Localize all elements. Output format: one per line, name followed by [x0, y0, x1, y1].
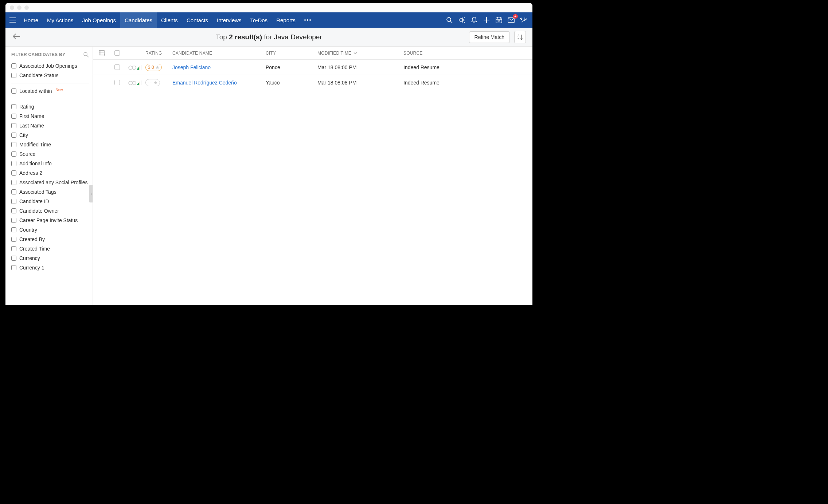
filter-item-address-2[interactable]: Address 2 [9, 168, 91, 178]
nav-more-icon[interactable] [300, 19, 315, 21]
nav-item-clients[interactable]: Clients [157, 12, 182, 28]
refine-match-button[interactable]: Refine Match [469, 31, 510, 43]
col-header-modified-time[interactable]: MODIFIED TIME [317, 51, 403, 56]
nav-item-to-dos[interactable]: To-Dos [246, 12, 272, 28]
filter-label: Associated any Social Profiles [19, 180, 88, 185]
svg-line-9 [464, 22, 465, 23]
filter-item-city[interactable]: City [9, 130, 91, 140]
filter-checkbox[interactable] [11, 208, 16, 213]
table-row[interactable]: 3.0Joseph FelicianoPonceMar 18 08:00 PMI… [93, 60, 532, 75]
filter-item-created-by[interactable]: Created By [9, 235, 91, 244]
rating-pill: 3.0 [145, 64, 162, 71]
filter-label: First Name [19, 113, 44, 119]
filter-item-associated-job-openings[interactable]: Associated Job Openings [9, 61, 91, 71]
filter-checkbox[interactable] [11, 180, 16, 185]
filter-item-last-name[interactable]: Last Name [9, 121, 91, 130]
hamburger-menu-icon[interactable] [8, 15, 18, 25]
bell-icon[interactable] [470, 16, 478, 24]
tools-icon[interactable] [520, 16, 527, 24]
column-settings-icon[interactable] [99, 50, 105, 56]
new-badge: New [56, 88, 63, 92]
filter-checkbox[interactable] [11, 237, 16, 242]
filter-item-associated-tags[interactable]: Associated Tags [9, 187, 91, 197]
filter-item-candidate-owner[interactable]: Candidate Owner [9, 206, 91, 216]
add-icon[interactable] [483, 16, 490, 24]
filter-checkbox[interactable] [11, 189, 16, 194]
filter-checkbox[interactable] [11, 199, 16, 204]
filter-item-modified-time[interactable]: Modified Time [9, 140, 91, 149]
filter-label: Modified Time [19, 142, 51, 147]
back-arrow-icon[interactable] [12, 33, 21, 42]
candidate-name-link[interactable]: Joseph Feliciano [172, 64, 211, 70]
filter-label: Associated Job Openings [19, 63, 77, 69]
filter-item-candidate-id[interactable]: Candidate ID [9, 197, 91, 206]
window-close-dot[interactable] [10, 5, 14, 10]
filter-label: Candidate Owner [19, 208, 59, 214]
results-count: 2 result(s) [229, 33, 262, 41]
filter-item-source[interactable]: Source [9, 149, 91, 159]
col-header-city[interactable]: CITY [266, 51, 317, 56]
filter-item-additional-info[interactable]: Additional Info [9, 159, 91, 168]
nav-item-home[interactable]: Home [19, 12, 43, 28]
svg-point-5 [309, 19, 311, 21]
col-header-rating[interactable]: RATING [145, 51, 172, 56]
window-maximize-dot[interactable] [24, 5, 29, 10]
table-row[interactable]: --Emanuel Rodríguez CedeñoYaucoMar 18 08… [93, 75, 532, 90]
filter-checkbox[interactable] [11, 88, 16, 94]
filter-checkbox[interactable] [11, 104, 16, 109]
filter-label: Country [19, 227, 37, 233]
col-header-name[interactable]: CANDIDATE NAME [172, 51, 266, 56]
filter-item-associated-any-social-profiles[interactable]: Associated any Social Profiles [9, 178, 91, 187]
row-checkbox[interactable] [114, 64, 120, 70]
filter-item-currency[interactable]: Currency [9, 253, 91, 263]
filter-item-rating[interactable]: Rating [9, 102, 91, 111]
row-checkbox[interactable] [114, 80, 120, 85]
filter-item-country[interactable]: Country [9, 225, 91, 235]
filter-label: Created By [19, 236, 45, 242]
filter-checkbox[interactable] [11, 161, 16, 166]
filter-search-icon[interactable] [83, 52, 89, 58]
calendar-icon[interactable]: 31 [495, 16, 503, 24]
binoculars-icon[interactable] [128, 65, 136, 70]
filter-label: Source [19, 151, 35, 157]
filter-checkbox[interactable] [11, 218, 16, 223]
results-title: Top 2 result(s) for Java Developer [5, 33, 532, 41]
filter-label: Career Page Invite Status [19, 217, 78, 223]
filter-checkbox[interactable] [11, 170, 16, 176]
binoculars-icon[interactable] [128, 80, 136, 85]
filter-checkbox[interactable] [11, 63, 16, 68]
cell-modified-time: Mar 18 08:08 PM [317, 80, 403, 86]
filter-item-located-within[interactable]: Located within New [9, 86, 91, 96]
select-all-checkbox[interactable] [114, 50, 120, 56]
filter-checkbox[interactable] [11, 133, 16, 138]
filter-checkbox[interactable] [11, 246, 16, 251]
filter-checkbox[interactable] [11, 151, 16, 157]
filter-checkbox[interactable] [11, 73, 16, 78]
nav-item-my-actions[interactable]: My Actions [43, 12, 78, 28]
window-minimize-dot[interactable] [17, 5, 22, 10]
nav-item-contacts[interactable]: Contacts [182, 12, 212, 28]
nav-item-interviews[interactable]: Interviews [212, 12, 246, 28]
nav-item-candidates[interactable]: Candidates [120, 12, 157, 28]
filter-checkbox[interactable] [11, 227, 16, 232]
announce-icon[interactable] [458, 16, 465, 24]
candidate-name-link[interactable]: Emanuel Rodríguez Cedeño [172, 80, 237, 86]
filter-checkbox[interactable] [11, 114, 16, 119]
search-icon[interactable] [446, 16, 453, 24]
mail-icon[interactable] [508, 16, 515, 24]
filter-item-currency-1[interactable]: Currency 1 [9, 263, 91, 272]
svg-line-8 [464, 17, 465, 18]
filter-checkbox[interactable] [11, 265, 16, 270]
filter-item-candidate-status[interactable]: Candidate Status [9, 71, 91, 80]
sort-az-button[interactable]: A Z [514, 31, 526, 43]
filter-checkbox[interactable] [11, 123, 16, 128]
nav-item-job-openings[interactable]: Job Openings [78, 12, 121, 28]
nav-item-reports[interactable]: Reports [272, 12, 300, 28]
col-header-source[interactable]: SOURCE [403, 51, 532, 56]
filter-checkbox[interactable] [11, 142, 16, 147]
filter-item-career-page-invite-status[interactable]: Career Page Invite Status [9, 216, 91, 225]
sidebar-collapse-handle[interactable]: ‹ [89, 185, 93, 202]
filter-item-first-name[interactable]: First Name [9, 111, 91, 121]
filter-item-created-time[interactable]: Created Time [9, 244, 91, 253]
filter-checkbox[interactable] [11, 256, 16, 261]
